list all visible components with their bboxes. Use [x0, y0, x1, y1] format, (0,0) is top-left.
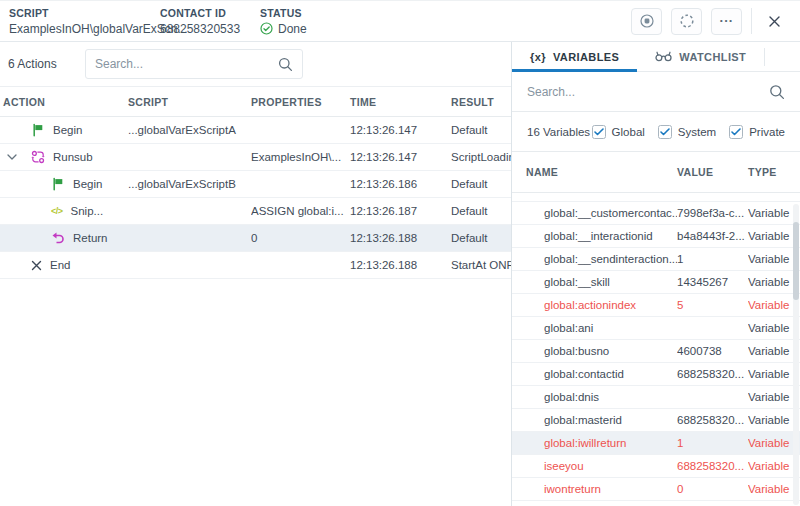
action-label: Runsub — [53, 151, 93, 163]
cell-result: Default — [451, 124, 511, 136]
variable-row[interactable]: global:dnisVariable — [512, 386, 800, 409]
filter-private[interactable]: Private — [729, 125, 785, 139]
variable-row[interactable]: global:__sendinteraction...1Variable — [512, 248, 800, 271]
action-row-return[interactable]: Return 0 12:13:26.188 Default — [0, 225, 511, 252]
checkbox-private[interactable] — [729, 125, 743, 139]
actions-panel: 6 Actions ACTION SCRIPT PROPERTIES TIME … — [0, 42, 512, 506]
action-row-snippet[interactable]: </> Snip... ASSIGN global:i... 12:13:26.… — [0, 198, 511, 225]
close-button[interactable] — [761, 8, 787, 34]
script-value: ExamplesInOH\globalVarExScri... — [9, 22, 160, 36]
tab-divider — [764, 48, 765, 66]
variables-search-box — [512, 72, 800, 112]
variables-table-header: NAME VALUE TYPE — [512, 152, 800, 193]
action-label: Begin — [73, 178, 102, 190]
actions-search-input[interactable] — [95, 57, 278, 71]
variable-row[interactable]: global:masterid688258320...Variable — [512, 409, 800, 432]
variables-brace-icon: {x} — [530, 51, 546, 63]
tab-label: WATCHLIST — [679, 51, 746, 63]
return-icon — [51, 231, 65, 245]
variables-filter-bar: 16 Variables Global System Private — [512, 112, 800, 152]
runsub-icon — [31, 150, 45, 164]
contact-id-field: CONTACT ID 688258320533 — [160, 1, 260, 41]
tab-variables[interactable]: {x} VARIABLES — [512, 42, 637, 71]
end-x-icon — [31, 260, 42, 271]
filter-label: System — [678, 126, 716, 138]
partial-scrolled-row — [512, 193, 800, 202]
cell-properties: ASSIGN global:i... — [251, 205, 350, 217]
tab-label: VARIABLES — [553, 51, 619, 63]
cell-properties: ExamplesInOH\... — [251, 151, 350, 163]
cell-result: Default — [451, 205, 511, 217]
contact-id-label: CONTACT ID — [160, 7, 260, 19]
search-icon — [278, 57, 293, 72]
actions-table-header: ACTION SCRIPT PROPERTIES TIME RESULT — [0, 87, 511, 117]
search-icon — [769, 84, 785, 100]
action-row-begin-b[interactable]: Begin ...globalVarExScriptB 12:13:26.186… — [0, 171, 511, 198]
variables-panel: {x} VARIABLES WATCHLIST 16 Variables — [512, 42, 800, 506]
script-trace-window: SCRIPT ExamplesInOH\globalVarExScri... C… — [0, 0, 800, 506]
stop-record-button[interactable] — [631, 8, 662, 35]
stop-record-icon — [639, 13, 655, 29]
action-label: Return — [73, 232, 108, 244]
cell-script: ...globalVarExScriptB — [128, 178, 251, 190]
cell-result: Default — [451, 232, 511, 244]
actions-search-box — [85, 49, 303, 79]
variable-row[interactable]: iwontreturn0Variable — [512, 478, 800, 501]
variables-tabs: {x} VARIABLES WATCHLIST — [512, 42, 800, 72]
col-type: TYPE — [748, 166, 800, 178]
cell-result: StartAt ONRELE... — [451, 259, 511, 271]
window-header: SCRIPT ExamplesInOH\globalVarExScri... C… — [0, 1, 800, 42]
done-check-icon — [260, 22, 273, 35]
close-icon — [769, 16, 780, 27]
variable-row[interactable]: global:busno4600738Variable — [512, 340, 800, 363]
cell-time: 12:13:26.147 — [350, 151, 451, 163]
status-label: STATUS — [260, 7, 380, 19]
checkbox-system[interactable] — [658, 125, 672, 139]
status-field: STATUS Done — [260, 1, 380, 41]
variables-search-input[interactable] — [527, 85, 769, 99]
variable-row[interactable]: global:__interactionidb4a8443f-2...Varia… — [512, 225, 800, 248]
trace-dashed-circle-icon — [679, 13, 695, 29]
filter-group: Global System Private — [592, 125, 785, 139]
col-time: TIME — [350, 96, 451, 108]
variable-row[interactable]: global:aniVariable — [512, 317, 800, 340]
action-label: Begin — [53, 124, 82, 136]
action-row-end[interactable]: End 12:13:26.188 StartAt ONRELE... — [0, 252, 511, 279]
col-name: NAME — [526, 166, 677, 178]
header-actions: ... — [631, 1, 800, 41]
trace-button[interactable] — [671, 8, 702, 35]
code-icon: </> — [51, 206, 63, 216]
col-script: SCRIPT — [128, 96, 251, 108]
cell-result: Default — [451, 178, 511, 190]
checkbox-global[interactable] — [592, 125, 606, 139]
chevron-down-icon[interactable] — [7, 154, 17, 160]
col-action: ACTION — [3, 96, 128, 108]
cell-properties: 0 — [251, 232, 350, 244]
scrollbar-thumb[interactable] — [793, 222, 799, 300]
action-row-begin-a[interactable]: Begin ...globalVarExScriptA 12:13:26.147… — [0, 117, 511, 144]
more-options-button[interactable]: ... — [711, 8, 742, 35]
status-value: Done — [278, 22, 307, 36]
variable-row-selected[interactable]: global:iwillreturn1Variable — [512, 432, 800, 455]
cell-time: 12:13:26.186 — [350, 178, 451, 190]
more-options-icon: ... — [720, 14, 734, 22]
variable-row[interactable]: global:__skill14345267Variable — [512, 271, 800, 294]
cell-result: ScriptLoading — [451, 151, 511, 163]
tab-watchlist[interactable]: WATCHLIST — [637, 42, 764, 71]
variable-row[interactable]: global:actionindex5Variable — [512, 294, 800, 317]
status-badge: Done — [260, 22, 380, 36]
filter-label: Private — [749, 126, 785, 138]
filter-label: Global — [612, 126, 645, 138]
cell-script: ...globalVarExScriptA — [128, 124, 251, 136]
variable-row[interactable]: global:contactid688258320...Variable — [512, 363, 800, 386]
filter-global[interactable]: Global — [592, 125, 645, 139]
col-properties: PROPERTIES — [251, 96, 350, 108]
variable-row[interactable]: global:__customercontac...7998ef3a-c...V… — [512, 202, 800, 225]
scrollbar-track[interactable] — [793, 204, 799, 505]
actions-count: 6 Actions — [8, 57, 85, 71]
variable-row[interactable]: iseeyou688258320...Variable — [512, 455, 800, 478]
cell-time: 12:13:26.188 — [350, 259, 451, 271]
filter-system[interactable]: System — [658, 125, 716, 139]
action-row-runsub[interactable]: Runsub ExamplesInOH\... 12:13:26.147 Scr… — [0, 144, 511, 171]
cell-time: 12:13:26.147 — [350, 124, 451, 136]
